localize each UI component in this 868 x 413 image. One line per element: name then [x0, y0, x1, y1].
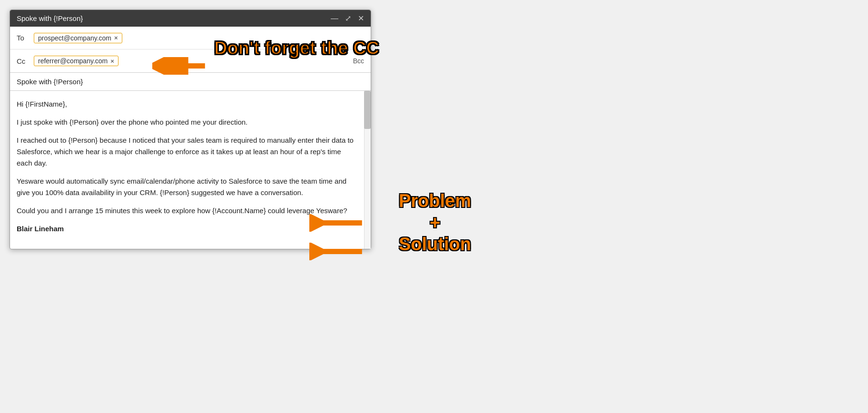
to-email-tag[interactable]: prospect@company.com ×: [34, 33, 122, 43]
to-remove-button[interactable]: ×: [114, 34, 118, 41]
body-section[interactable]: Hi {!FirstName}, I just spoke with {!Per…: [10, 91, 371, 249]
cc-row: Cc referrer@company.com × Bcc: [10, 49, 371, 72]
problem-callout-text: Problem + Solution: [399, 190, 471, 256]
to-email-value: prospect@company.com: [38, 34, 111, 42]
title-bar: Spoke with {!Person} — ⤢ ✕: [10, 10, 371, 27]
body-line3: I reached out to {!Person} because I not…: [17, 135, 357, 169]
cc-label: Cc: [17, 57, 34, 65]
scrollbar-thumb[interactable]: [364, 91, 371, 129]
close-button[interactable]: ✕: [358, 14, 364, 23]
body-line5: Could you and I arrange 15 minutes this …: [17, 205, 357, 216]
subject-text: Spoke with {!Person}: [17, 78, 83, 86]
bcc-link[interactable]: Bcc: [353, 57, 364, 65]
cc-email-tag[interactable]: referrer@company.com ×: [34, 56, 118, 66]
body-line6: Blair Lineham: [17, 225, 64, 233]
to-row: To prospect@company.com ×: [10, 27, 371, 49]
body-line2: I just spoke with {!Person} over the pho…: [17, 117, 357, 128]
cc-remove-button[interactable]: ×: [110, 58, 114, 65]
outer-wrapper: Spoke with {!Person} — ⤢ ✕ To prospect@c…: [10, 10, 371, 249]
cc-email-value: referrer@company.com: [38, 57, 108, 65]
fields-section: To prospect@company.com × Cc referrer@co…: [10, 27, 371, 73]
subject-row: Spoke with {!Person}: [10, 73, 371, 91]
body-line1: Hi {!FirstName},: [17, 98, 357, 110]
scrollbar-track[interactable]: [364, 91, 371, 249]
minimize-button[interactable]: —: [331, 14, 338, 23]
window-controls: — ⤢ ✕: [331, 14, 364, 23]
to-label: To: [17, 34, 34, 42]
maximize-button[interactable]: ⤢: [345, 14, 351, 23]
email-window: Spoke with {!Person} — ⤢ ✕ To prospect@c…: [10, 10, 371, 249]
window-title: Spoke with {!Person}: [17, 14, 83, 22]
body-line4: Yesware would automatically sync email/c…: [17, 176, 357, 198]
